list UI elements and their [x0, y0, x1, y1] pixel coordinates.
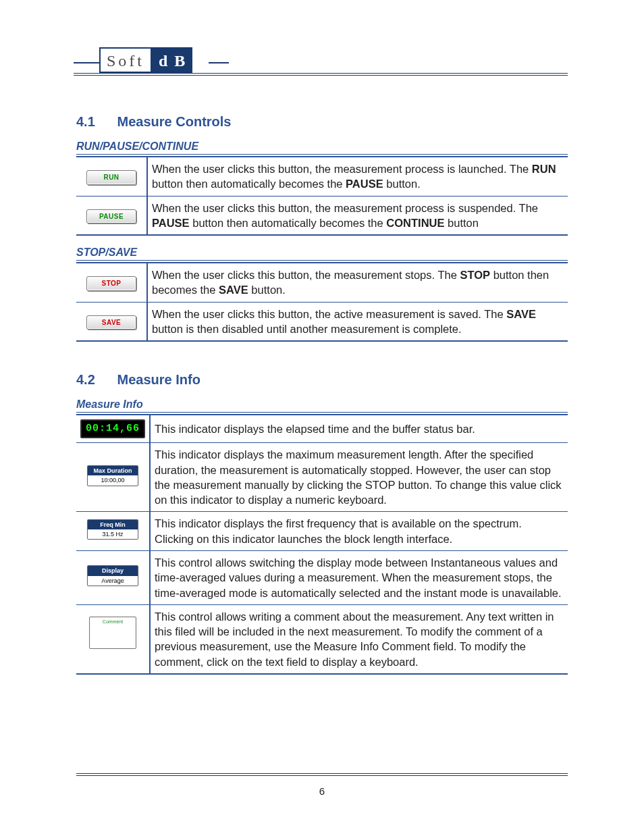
- row-pause: PAUSE When the user clicks this button, …: [76, 196, 568, 235]
- table-measure-info: 00:14,66 This indicator displays the ela…: [76, 414, 568, 675]
- page-number: 6: [0, 785, 644, 797]
- row-run-text: When the user clicks this button, the me…: [147, 157, 568, 196]
- heading-4-2-num: 4.2: [76, 372, 113, 388]
- table-run-pause: RUN When the user clicks this button, th…: [76, 156, 568, 236]
- subhead-info: Measure Info: [76, 398, 568, 413]
- subhead-stop: STOP/SAVE: [76, 246, 568, 261]
- heading-4-2-title: Measure Info: [117, 372, 200, 387]
- save-button-icon: SAVE: [86, 315, 136, 330]
- brand-header: Soft d B: [76, 47, 568, 77]
- row-maxdur-text: This indicator displays the maximum meas…: [150, 443, 568, 512]
- subhead-run: RUN/PAUSE/CONTINUE: [76, 140, 568, 155]
- heading-4-1: 4.1 Measure Controls: [76, 114, 568, 130]
- row-stop-text: When the user clicks this button, the me…: [147, 263, 568, 302]
- row-pause-text: When the user clicks this button, the me…: [147, 196, 568, 235]
- brand-soft: Soft: [101, 49, 152, 72]
- row-stop: STOP When the user clicks this button, t…: [76, 263, 568, 302]
- heading-4-1-num: 4.1: [76, 114, 113, 130]
- heading-4-2: 4.2 Measure Info: [76, 372, 568, 388]
- row-timer: 00:14,66 This indicator displays the ela…: [76, 415, 568, 443]
- comment-control-icon: Comment: [89, 617, 136, 649]
- row-comment: Comment This control allows writing a co…: [76, 604, 568, 674]
- timer-indicator-icon: 00:14,66: [80, 419, 145, 438]
- footer-rule: [76, 773, 568, 776]
- row-display-text: This control allows switching the displa…: [150, 550, 568, 604]
- row-run: RUN When the user clicks this button, th…: [76, 157, 568, 196]
- stop-button-icon: STOP: [86, 276, 136, 291]
- row-display: Display Average This control allows swit…: [76, 550, 568, 604]
- table-stop-save: STOP When the user clicks this button, t…: [76, 262, 568, 342]
- max-duration-indicator-icon: Max Duration 10:00,00: [87, 465, 138, 486]
- pause-button-icon: PAUSE: [86, 209, 136, 224]
- row-timer-text: This indicator displays the elapsed time…: [150, 415, 568, 443]
- freq-min-indicator-icon: Freq Min 31.5 Hz: [87, 519, 138, 540]
- brand-db: d B: [152, 49, 191, 72]
- display-mode-control-icon: Display Average: [87, 565, 138, 586]
- heading-4-1-title: Measure Controls: [117, 114, 232, 129]
- brand-logo: Soft d B: [99, 47, 192, 73]
- row-freqmin-text: This indicator displays the first freque…: [150, 512, 568, 551]
- row-save: SAVE When the user clicks this button, t…: [76, 302, 568, 341]
- row-maxdur: Max Duration 10:00,00 This indicator dis…: [76, 443, 568, 512]
- row-freqmin: Freq Min 31.5 Hz This indicator displays…: [76, 512, 568, 551]
- row-save-text: When the user clicks this button, the ac…: [147, 302, 568, 341]
- run-button-icon: RUN: [86, 170, 136, 185]
- row-comment-text: This control allows writing a comment ab…: [150, 604, 568, 674]
